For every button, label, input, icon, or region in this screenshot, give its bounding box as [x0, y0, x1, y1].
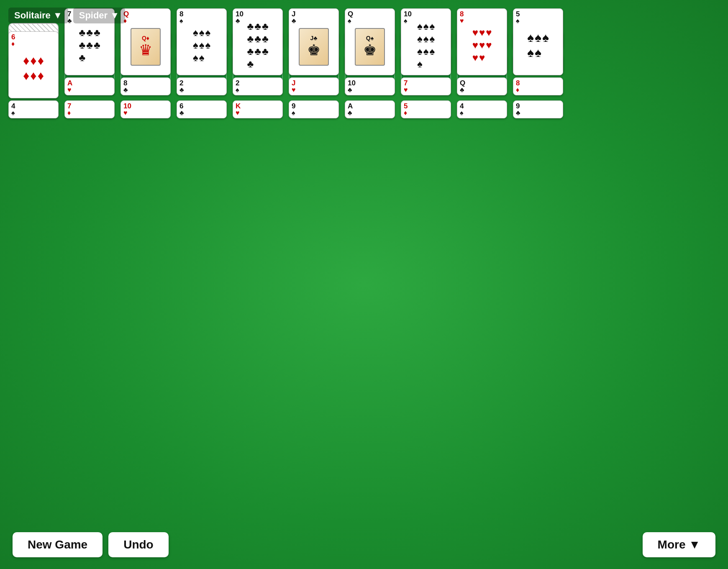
card-suit: ♥	[67, 87, 72, 93]
table-row[interactable]: Q♦Q♦♛	[120, 8, 171, 75]
table-row[interactable]: 5♦	[401, 100, 451, 118]
card-suit: ♣	[123, 87, 128, 93]
card-rank: 9	[292, 103, 295, 110]
card-rank: 9	[516, 103, 520, 110]
card-center: ♠♠♠♠♠	[516, 28, 560, 62]
card-suit: ♣	[236, 18, 240, 24]
card-suit: ♥	[460, 18, 464, 24]
card-rank: 10	[404, 10, 412, 18]
table-row[interactable]: J♣J♣♚	[289, 8, 339, 75]
card-suit: ♠	[460, 110, 464, 116]
more-button[interactable]: More ▼	[643, 532, 715, 557]
card-rank: A	[67, 79, 72, 87]
table-row[interactable]: Q♠Q♠♚	[345, 8, 395, 75]
table-row[interactable]: 8♦	[513, 77, 563, 95]
table-row[interactable]: 5♠♠♠♠♠♠	[513, 8, 563, 75]
card-suit: ♥	[236, 110, 240, 116]
card-center: ♠♠♠♠♠♠♠♠♠♠	[404, 28, 448, 62]
card-suit: ♠	[404, 18, 408, 24]
card-suit: ♥	[292, 87, 296, 93]
table-row[interactable]: 9♠	[289, 100, 339, 118]
table-row[interactable]: 8♠♠♠♠♠♠♠♠♠	[177, 8, 227, 75]
card-rank: A	[348, 103, 353, 110]
card-rank: 6	[179, 103, 183, 110]
card-rank: 4	[11, 103, 15, 110]
card-center: ♠♠♠♠♠♠♠♠	[179, 28, 224, 62]
card-center: J♣♚	[292, 28, 336, 62]
card-rank: 8	[460, 10, 464, 18]
table-row[interactable]: 2♣	[177, 77, 227, 95]
table-row[interactable]: 8♣	[120, 77, 171, 95]
card-rank: 8	[516, 79, 520, 87]
table-row[interactable]: 10♠♠♠♠♠♠♠♠♠♠♠	[401, 8, 451, 75]
card-suit: ♠	[516, 18, 520, 24]
card-suit: ♥	[404, 87, 408, 93]
card-suit: ♠	[292, 110, 295, 116]
top-nav: Solitaire ▼ Spider ▼	[8, 8, 125, 23]
card-rank: 2	[179, 79, 183, 87]
card-center: ♥♥♥♥♥♥♥♥	[460, 28, 504, 62]
card-suit: ♠	[11, 110, 15, 116]
card-suit: ♦	[516, 87, 519, 93]
card-suit: ♠	[236, 87, 239, 93]
face-card-image: Q♦♛	[131, 28, 161, 66]
card-suit: ♣	[516, 110, 520, 116]
table-row[interactable]: 10♣	[345, 77, 395, 95]
card-suit: ♣	[179, 110, 184, 116]
card-rank: Q	[348, 10, 353, 18]
card-center: ♣♣♣♣♣♣♣♣♣♣	[236, 28, 280, 62]
table-row[interactable]: 4♠	[8, 100, 59, 118]
table-row[interactable]: 10♣♣♣♣♣♣♣♣♣♣♣	[233, 8, 283, 75]
table-row[interactable]: 2♠	[233, 77, 283, 95]
card-suit: ♣	[460, 87, 464, 93]
card-rank: 10	[123, 103, 131, 110]
bottom-bar: New Game Undo More ▼	[0, 532, 728, 557]
card-rank: 4	[460, 103, 464, 110]
table-row[interactable]: 10♥	[120, 100, 171, 118]
table-row[interactable]: 7♥	[401, 77, 451, 95]
card-rank: 6	[11, 33, 15, 41]
card-center: ♣♣♣♣♣♣♣	[67, 28, 112, 62]
card-rank: J	[292, 79, 295, 87]
solitaire-menu-button[interactable]: Solitaire ▼	[8, 8, 68, 23]
table-row[interactable]: A♣	[345, 100, 395, 118]
card-suit: ♦	[11, 41, 15, 47]
face-card-image: J♣♚	[299, 28, 329, 66]
card-center: Q♠♚	[348, 28, 392, 62]
card-suit: ♠	[348, 18, 351, 24]
face-card-image: Q♠♚	[355, 28, 385, 66]
table-row[interactable]: A♥	[64, 77, 115, 95]
table-row[interactable]: 4♠	[457, 100, 507, 118]
table-row[interactable]: 7♦	[64, 100, 115, 118]
card-center: Q♦♛	[123, 28, 168, 62]
card-rank: K	[236, 103, 241, 110]
card-suit: ♣	[292, 18, 296, 24]
card-rank: 8	[123, 79, 127, 87]
table-row[interactable]: Q♣	[457, 77, 507, 95]
card-rank: 2	[236, 79, 239, 87]
card-suit: ♦	[404, 110, 407, 116]
card-rank: 10	[348, 79, 356, 87]
table-row[interactable]: J♥	[289, 77, 339, 95]
card-suit: ♥	[123, 110, 128, 116]
table-row[interactable]: 8♥♥♥♥♥♥♥♥♥	[457, 8, 507, 75]
card-suit: ♣	[179, 87, 184, 93]
bottom-left-buttons: New Game Undo	[13, 532, 169, 557]
card-rank: 5	[404, 103, 408, 110]
spider-menu-button[interactable]: Spider ▼	[73, 8, 125, 23]
card-suit: ♦	[67, 110, 71, 116]
new-game-button[interactable]: New Game	[13, 532, 103, 557]
card-rank: 7	[404, 79, 408, 87]
table-row[interactable]: 6♣	[177, 100, 227, 118]
undo-button[interactable]: Undo	[108, 532, 169, 557]
table-row[interactable]: 6♦♦♦♦♦♦♦	[8, 31, 59, 98]
card-suit: ♠	[179, 18, 183, 24]
card-rank: Q	[460, 79, 465, 87]
table-row[interactable]: 9♣	[513, 100, 563, 118]
table-row[interactable]: K♥	[233, 100, 283, 118]
card-rank: 5	[516, 10, 520, 18]
card-rank: 8	[179, 10, 183, 18]
card-rank: 10	[236, 10, 244, 18]
card-rank: J	[292, 10, 295, 18]
card-suit: ♣	[348, 87, 352, 93]
